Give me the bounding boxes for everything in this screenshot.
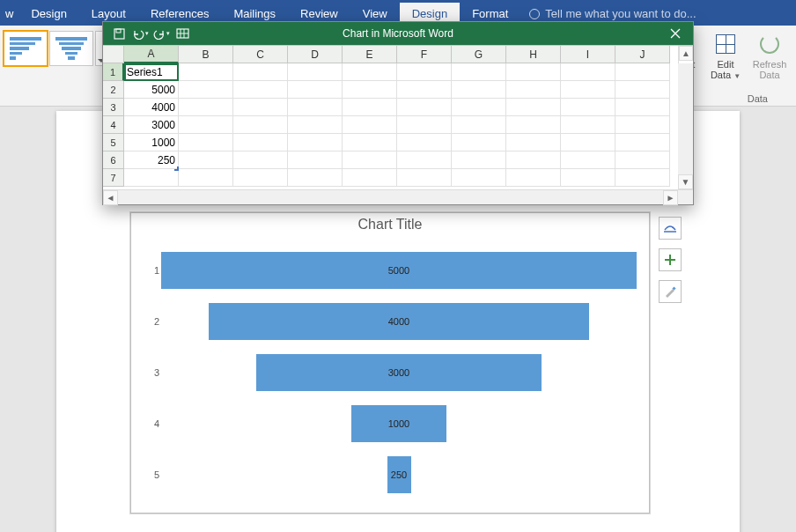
cell[interactable] [288,99,343,116]
cell[interactable] [452,99,506,116]
refresh-data-button[interactable]: Refresh Data [750,31,789,80]
column-header[interactable]: F [397,46,452,63]
excel-titlebar[interactable]: ▾ ▾ Chart in Microsoft Word [103,22,693,45]
cell[interactable] [561,81,615,99]
cell[interactable] [179,81,233,99]
layout-options-button[interactable] [659,217,682,240]
cell[interactable] [179,99,233,116]
column-header[interactable]: E [343,46,397,63]
cell[interactable]: 5000 [124,81,179,99]
column-header[interactable]: A [124,46,179,63]
cell[interactable] [288,134,343,151]
scroll-right-button[interactable]: ► [663,190,678,205]
cell[interactable] [233,169,288,187]
cell[interactable] [615,81,670,99]
chart-styles-button[interactable] [659,280,682,303]
cell[interactable] [561,63,615,81]
row-header[interactable]: 7 [103,169,124,187]
cell[interactable]: 250 [124,151,179,169]
cell[interactable] [179,116,233,134]
cell[interactable] [233,63,288,81]
cell[interactable] [397,151,452,169]
cell[interactable] [561,151,615,169]
vertical-scrollbar[interactable]: ▼ [678,63,693,189]
cell[interactable] [124,169,179,187]
cell[interactable] [179,169,233,187]
row-header[interactable]: 1 [103,63,124,81]
cell-grid[interactable]: Series15000400030001000250 [124,63,678,189]
cell[interactable] [343,169,397,187]
cell[interactable] [343,151,397,169]
row-header[interactable]: 3 [103,99,124,116]
chart-style-thumb[interactable] [4,31,48,66]
edit-in-excel-button[interactable] [173,25,191,42]
cell[interactable] [615,116,670,134]
cell[interactable] [233,134,288,151]
cell[interactable] [397,81,452,99]
cell[interactable] [288,63,343,81]
chart-object[interactable]: Chart Title 150002400033000410005250 [130,212,650,514]
ribbon-tab-design[interactable]: Design [18,3,78,26]
cell[interactable] [506,134,561,151]
column-header[interactable]: H [506,46,561,63]
cell[interactable] [179,134,233,151]
cell[interactable] [233,116,288,134]
cell[interactable] [615,134,670,151]
chart-bar[interactable]: 1000 [351,405,446,442]
cell[interactable] [288,151,343,169]
cell[interactable] [179,63,233,81]
cell[interactable] [288,116,343,134]
close-button[interactable] [658,22,693,45]
cell[interactable] [452,63,506,81]
cell[interactable] [288,81,343,99]
chart-bar[interactable]: 250 [387,456,411,493]
row-header[interactable]: 4 [103,116,124,134]
cell[interactable] [233,151,288,169]
scroll-down-button[interactable]: ▼ [678,174,693,189]
scroll-up-button[interactable]: ▲ [679,46,693,61]
data-range-handle[interactable] [174,166,179,171]
cell[interactable] [561,169,615,187]
cell[interactable] [343,81,397,99]
edit-data-button[interactable]: Edit Data ▼ [706,31,745,81]
cell[interactable]: Series1 [124,63,179,81]
cell[interactable] [343,99,397,116]
select-all-corner[interactable] [103,46,124,63]
column-header[interactable]: C [233,46,288,63]
cell[interactable] [615,99,670,116]
cell[interactable] [561,116,615,134]
cell[interactable] [561,134,615,151]
cell[interactable] [561,99,615,116]
cell[interactable] [343,116,397,134]
row-header[interactable]: 6 [103,151,124,169]
cell[interactable] [179,151,233,169]
chart-bar[interactable]: 4000 [209,303,589,340]
vertical-scrollbar[interactable]: ▲ [678,46,693,63]
chart-style-gallery[interactable] [0,26,111,106]
cell[interactable]: 1000 [124,134,179,151]
column-header[interactable]: I [561,46,615,63]
cell[interactable]: 3000 [124,116,179,134]
column-header[interactable]: G [452,46,506,63]
row-header[interactable]: 2 [103,81,124,99]
cell[interactable] [452,116,506,134]
cell[interactable] [343,134,397,151]
cell[interactable] [506,63,561,81]
cell[interactable] [233,81,288,99]
cell[interactable] [288,169,343,187]
chart-style-thumb[interactable] [49,31,93,66]
cell[interactable] [397,134,452,151]
column-header[interactable]: D [288,46,343,63]
cell[interactable] [452,81,506,99]
chart-plot-area[interactable]: 150002400033000410005250 [144,245,637,500]
cell[interactable] [233,99,288,116]
cell[interactable] [615,151,670,169]
chart-title[interactable]: Chart Title [131,217,649,233]
cell[interactable] [452,134,506,151]
cell[interactable] [615,63,670,81]
horizontal-scrollbar[interactable]: ◄ ► [103,189,693,204]
column-header[interactable]: B [179,46,233,63]
cell[interactable] [452,169,506,187]
cell[interactable] [397,116,452,134]
save-button[interactable] [110,25,128,42]
